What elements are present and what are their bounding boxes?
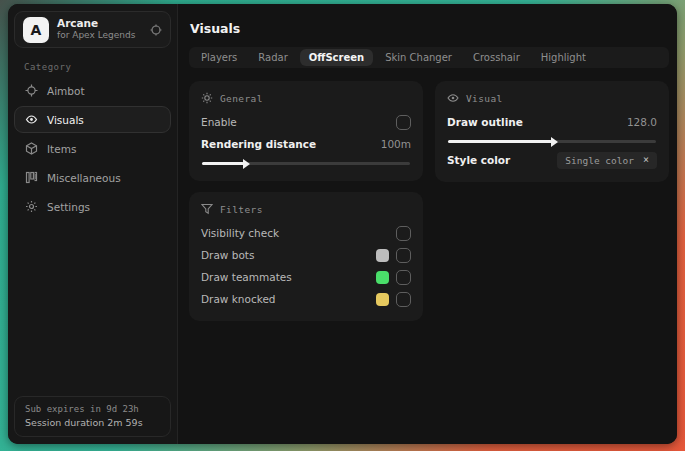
style-color-row: Style color Single color × (447, 149, 657, 171)
draw-knocked-label: Draw knocked (201, 293, 276, 305)
draw-bots-checkbox[interactable] (396, 248, 411, 263)
columns-grid-icon (25, 171, 38, 184)
aimbot-crosshair-icon (25, 84, 38, 97)
style-color-select[interactable]: Single color × (557, 152, 657, 169)
draw-outline-slider[interactable] (448, 140, 656, 143)
gear-icon (25, 200, 38, 213)
draw-teammates-checkbox[interactable] (396, 270, 411, 285)
desktop-background: A Arcane for Apex Legends Category (0, 0, 685, 451)
tab-radar[interactable]: Radar (249, 49, 296, 66)
rendering-distance-label: Rendering distance (201, 138, 316, 150)
main-content: Visuals Players Radar OffScreen Skin Cha… (178, 4, 677, 444)
visual-panel-title: Visual (466, 93, 503, 104)
session-duration-text: Session duration 2m 59s (25, 417, 160, 428)
draw-outline-label: Draw outline (447, 116, 523, 128)
general-panel: General Enable Rendering distance 100m (189, 81, 423, 181)
style-color-value: Single color (565, 155, 634, 166)
draw-teammates-label: Draw teammates (201, 271, 292, 283)
right-column: Visual Draw outline 128.0 Style color (435, 81, 669, 182)
general-panel-title: General (220, 93, 263, 104)
filters-panel-title: Filters (220, 204, 263, 215)
app-window: A Arcane for Apex Legends Category (8, 4, 677, 444)
sidebar-item-label: Items (47, 143, 76, 155)
sidebar-item-settings[interactable]: Settings (14, 193, 171, 220)
visual-panel: Visual Draw outline 128.0 Style color (435, 81, 669, 182)
app-meta: Arcane for Apex Legends (57, 17, 135, 41)
slider-fill (448, 140, 552, 143)
tab-players[interactable]: Players (192, 49, 246, 66)
app-header: A Arcane for Apex Legends (14, 11, 171, 48)
eye-scan-icon (25, 113, 38, 126)
visual-panel-header: Visual (447, 92, 657, 104)
crosshair-icon[interactable] (150, 24, 162, 36)
category-label: Category (24, 62, 177, 72)
draw-teammates-row: Draw teammates (201, 266, 411, 288)
sidebar-item-label: Visuals (47, 114, 84, 126)
enable-row: Enable (201, 111, 411, 133)
tab-offscreen[interactable]: OffScreen (300, 49, 373, 66)
enable-label: Enable (201, 116, 237, 128)
sidebar-nav: Aimbot Visuals (8, 77, 177, 220)
panels-area: General Enable Rendering distance 100m (189, 81, 669, 321)
sub-expires-text: Sub expires in 9d 23h (25, 404, 160, 414)
visibility-check-checkbox[interactable] (396, 226, 411, 241)
eye-icon (447, 92, 459, 104)
enable-checkbox[interactable] (396, 115, 411, 130)
general-panel-header: General (201, 92, 411, 104)
left-column: General Enable Rendering distance 100m (189, 81, 423, 321)
rendering-distance-slider[interactable] (202, 162, 410, 165)
sidebar-item-aimbot[interactable]: Aimbot (14, 77, 171, 104)
draw-teammates-color-swatch[interactable] (376, 271, 389, 284)
tab-crosshair[interactable]: Crosshair (464, 49, 529, 66)
rendering-distance-row: Rendering distance 100m (201, 133, 411, 155)
draw-bots-controls (376, 248, 411, 263)
draw-outline-value: 128.0 (627, 116, 657, 128)
style-color-label: Style color (447, 154, 510, 166)
sidebar-item-visuals[interactable]: Visuals (14, 106, 171, 133)
draw-knocked-checkbox[interactable] (396, 292, 411, 307)
app-logo: A (23, 17, 49, 43)
funnel-icon (201, 203, 213, 215)
app-subtitle: for Apex Legends (57, 30, 135, 41)
tab-bar: Players Radar OffScreen Skin Changer Cro… (189, 47, 669, 68)
filters-panel-header: Filters (201, 203, 411, 215)
draw-teammates-controls (376, 270, 411, 285)
page-title: Visuals (190, 21, 669, 36)
rendering-distance-value: 100m (381, 138, 411, 150)
draw-bots-color-swatch[interactable] (376, 249, 389, 262)
slider-fill (202, 162, 244, 165)
sidebar-item-label: Settings (47, 201, 90, 213)
sidebar-item-label: Miscellaneous (47, 172, 121, 184)
draw-knocked-controls (376, 292, 411, 307)
clear-icon[interactable]: × (643, 155, 649, 165)
subscription-status-box: Sub expires in 9d 23h Session duration 2… (14, 396, 171, 437)
draw-bots-row: Draw bots (201, 244, 411, 266)
sidebar-item-items[interactable]: Items (14, 135, 171, 162)
draw-knocked-row: Draw knocked (201, 288, 411, 310)
visibility-check-row: Visibility check (201, 222, 411, 244)
tab-highlight[interactable]: Highlight (532, 49, 595, 66)
sidebar-item-label: Aimbot (47, 85, 85, 97)
sun-icon (201, 92, 213, 104)
draw-outline-row: Draw outline 128.0 (447, 111, 657, 133)
filters-panel: Filters Visibility check Draw bots (189, 192, 423, 321)
draw-bots-label: Draw bots (201, 249, 254, 261)
app-name: Arcane (57, 17, 135, 30)
sidebar: A Arcane for Apex Legends Category (8, 4, 178, 444)
tab-skin-changer[interactable]: Skin Changer (376, 49, 461, 66)
box-icon (25, 142, 38, 155)
draw-knocked-color-swatch[interactable] (376, 293, 389, 306)
sidebar-item-miscellaneous[interactable]: Miscellaneous (14, 164, 171, 191)
visibility-check-label: Visibility check (201, 227, 279, 239)
